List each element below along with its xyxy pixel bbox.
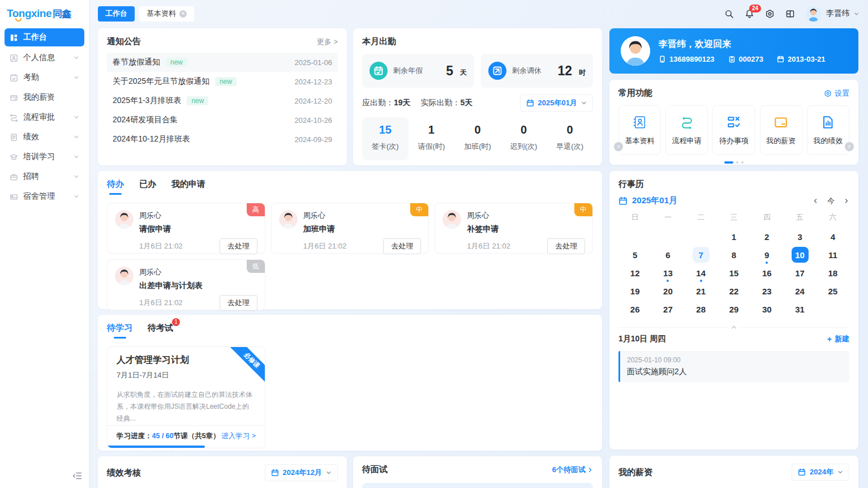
attendance-month-select[interactable]: 2025年01月 (520, 95, 593, 112)
calendar-today-button[interactable]: 今 (827, 196, 835, 206)
quick-action-我的薪资[interactable]: 我的薪资 (760, 105, 802, 155)
calendar-day[interactable]: 24 (783, 282, 816, 300)
tab-已办[interactable]: 已办 (139, 179, 156, 195)
carousel-next-button[interactable] (845, 142, 854, 151)
tab-to-learn[interactable]: 待学习 (107, 323, 132, 339)
calendar-day[interactable]: 21 (685, 282, 717, 300)
notice-item[interactable]: 关于2025年元旦节放假通知new2024-12-23 (107, 72, 338, 91)
calendar-day[interactable]: 17 (783, 264, 816, 282)
brand-name-en: Tongxine (7, 7, 51, 19)
tab-to-exam[interactable]: 待考试1 (148, 323, 173, 339)
notice-item[interactable]: 2025年1-3月排班表new2024-12-20 (107, 91, 338, 110)
calendar-prev-button[interactable] (813, 198, 818, 204)
quick-settings-link[interactable]: 设置 (824, 88, 849, 99)
calendar-day[interactable]: 11 (817, 246, 849, 264)
calendar-day[interactable]: 3 (783, 228, 816, 246)
chevron-up-icon[interactable] (731, 324, 737, 331)
calendar-day[interactable]: 16 (750, 264, 783, 282)
calendar-day[interactable]: 31 (783, 300, 816, 318)
avatar[interactable] (806, 6, 821, 22)
notification-bell-icon[interactable]: 24 (745, 9, 754, 19)
sidebar-item-performance[interactable]: 绩效 (5, 129, 84, 145)
quick-action-基本资料[interactable]: 基本资料 (618, 105, 661, 155)
calendar-day[interactable]: 20 (651, 282, 684, 300)
calendar-day[interactable]: 2 (750, 228, 783, 246)
calendar-day[interactable]: 27 (651, 300, 684, 318)
notices-panel: 通知公告 更多 > 春节放假通知new2025-01-06关于2025年元旦节放… (98, 28, 347, 165)
chevron-down-icon[interactable] (854, 11, 859, 16)
notices-more-link[interactable]: 更多 > (317, 37, 338, 47)
notification-badge: 24 (749, 5, 761, 12)
quick-action-我的绩效[interactable]: 我的绩效 (807, 105, 849, 155)
notice-item[interactable]: 春节放假通知new2025-01-06 (107, 53, 338, 72)
calendar-day[interactable]: 12 (618, 264, 651, 282)
carousel-dot-active[interactable] (724, 161, 733, 164)
learning-card[interactable]: 必修课 人才管理学习计划 7月1日-7月14日 从求职角度，在面试前建立自己的算… (107, 346, 265, 448)
calendar-day[interactable]: 26 (618, 300, 651, 318)
tab-我的申请[interactable]: 我的申请 (171, 179, 205, 195)
calendar-day[interactable]: 15 (717, 264, 750, 282)
sidebar-item-approval[interactable]: 流程审批 (5, 109, 84, 126)
calendar-month-select[interactable]: 2025年01月 (618, 195, 677, 206)
quick-action-流程申请[interactable]: 流程申请 (665, 105, 708, 155)
notice-item[interactable]: 2024年10-12月排班表2024-09-29 (107, 130, 338, 149)
handle-button[interactable]: 去处理 (220, 238, 257, 254)
search-icon[interactable] (724, 9, 734, 19)
calendar-day[interactable]: 30 (750, 300, 783, 318)
settings-gear-icon[interactable] (765, 9, 775, 19)
performance-icon (10, 133, 18, 142)
calendar-day[interactable]: 5 (618, 246, 651, 264)
user-name[interactable]: 李晋纬 (826, 8, 850, 19)
sidebar-item-profile[interactable]: 个人信息 (5, 49, 84, 66)
calendar-day[interactable]: 22 (717, 282, 750, 300)
sidebar-item-wallet[interactable]: 我的薪资 (5, 89, 84, 106)
calendar-day[interactable]: 9 (750, 246, 783, 264)
calendar-day[interactable]: 8 (717, 246, 750, 264)
tab-基本资料[interactable]: 基本资料✕ (139, 6, 194, 22)
sidebar-collapse-icon[interactable] (72, 472, 82, 480)
request-type: 请假申请 (139, 224, 171, 234)
calendar-day[interactable]: 4 (817, 228, 849, 246)
enter-learning-link[interactable]: 进入学习 > (221, 431, 256, 441)
calendar-day[interactable]: 1 (717, 228, 750, 246)
calendar-day[interactable]: 29 (717, 300, 750, 318)
calendar-day[interactable]: 13 (651, 264, 684, 282)
calendar-day[interactable]: 7 (685, 246, 717, 264)
calendar-day[interactable]: 6 (651, 246, 684, 264)
sidebar-item-recruit[interactable]: 招聘 (5, 168, 84, 185)
tab-工作台[interactable]: 工作台 (98, 6, 135, 22)
sidebar-item-attendance[interactable]: 考勤 (5, 69, 84, 86)
calendar-day[interactable]: 28 (685, 300, 717, 318)
salary-year-select[interactable]: 2024年 (792, 464, 849, 481)
calendar-next-button[interactable] (844, 198, 849, 204)
calendar-empty-cell (651, 228, 684, 246)
calendar-day[interactable]: 23 (750, 282, 783, 300)
new-event-button[interactable]: +新建 (827, 334, 849, 344)
handle-button[interactable]: 去处理 (383, 238, 421, 254)
sidebar-item-training[interactable]: 培训学习 (5, 148, 84, 165)
notice-item[interactable]: 2024研发项目合集2024-10-26 (107, 110, 338, 130)
interview-count-link[interactable]: 6个待面试 (552, 465, 593, 475)
carousel-dot[interactable] (736, 161, 738, 164)
performance-month-select[interactable]: 2024年12月 (265, 464, 338, 481)
calendar-day[interactable]: 18 (817, 264, 849, 282)
training-icon (10, 153, 18, 161)
close-icon[interactable]: ✕ (179, 10, 187, 18)
carousel-prev-button[interactable] (614, 142, 623, 151)
calendar-day[interactable]: 10 (783, 246, 816, 264)
layout-grid-icon[interactable] (785, 9, 795, 19)
course-date-range: 7月1日-7月14日 (117, 370, 256, 380)
chevron-down-icon (74, 55, 79, 61)
tab-待办[interactable]: 待办 (107, 179, 124, 195)
carousel-dot[interactable] (741, 161, 744, 164)
sidebar-item-dorm[interactable]: 宿舍管理 (5, 188, 84, 205)
attendance-icon (10, 74, 18, 82)
handle-button[interactable]: 去处理 (547, 238, 585, 254)
calendar-day[interactable]: 25 (817, 282, 849, 300)
handle-button[interactable]: 去处理 (220, 295, 257, 311)
calendar-day[interactable]: 14 (685, 264, 717, 282)
quick-action-待办事项[interactable]: 待办事项 (712, 105, 755, 155)
calendar-day[interactable]: 19 (618, 282, 651, 300)
sidebar-item-workbench[interactable]: 工作台 (5, 28, 84, 46)
calendar-event-item[interactable]: 2025-01-10 09:00 面试实施顾问2人 (618, 351, 849, 382)
